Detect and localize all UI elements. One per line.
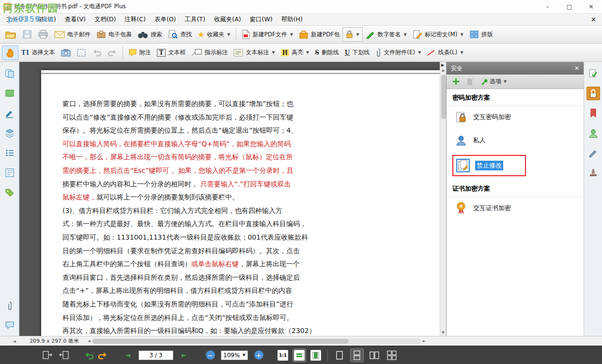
scroll-up-arrow[interactable]: ▲	[440, 67, 447, 74]
highlight-button[interactable]: H 高亮 ▼	[278, 46, 312, 60]
panel-collapse-arrow[interactable]: ◄	[13, 339, 16, 344]
email-button[interactable]: 电子邮件	[51, 27, 93, 42]
scrollbar-thumb[interactable]	[441, 75, 446, 119]
menu-form[interactable]: 表单(O)	[150, 14, 181, 26]
open-button[interactable]	[2, 27, 19, 42]
search-button[interactable]: 搜索	[135, 27, 165, 42]
find-button[interactable]: 查找	[165, 27, 195, 42]
document-close-icon[interactable]: ✕	[591, 16, 596, 23]
import-page-button[interactable]	[57, 349, 71, 362]
fit-page-button[interactable]	[309, 349, 323, 362]
scroll-left-arrow[interactable]: ◄	[86, 338, 93, 345]
actual-size-button[interactable]: 1:1	[276, 349, 290, 362]
strikeout-button[interactable]: S 删除线	[312, 46, 342, 60]
callout-button[interactable]: 指示标注	[188, 46, 231, 60]
select-text-button[interactable]: TI 选择文本	[18, 46, 58, 60]
pdf-page[interactable]: 窗口，选择所需要的摘要，如果没有所需要的摘要，可以直接“增加”按钮；也 可以点击…	[41, 70, 440, 336]
doc-segment: 保存）。将光标定位在所需摘要的位置上，然后点击“确定退出”按钮即可；4、	[62, 126, 297, 134]
menu-document[interactable]: 文档(D)	[90, 14, 120, 26]
scheme-interactive-password[interactable]: 交互密码加密	[447, 106, 584, 129]
new-package-button[interactable]: 新建PDF包	[296, 27, 342, 42]
scheme-private[interactable]: 私人	[447, 129, 584, 152]
marquee-select-button[interactable]	[74, 46, 89, 60]
bookmark-rail-icon[interactable]	[587, 106, 600, 120]
digital-sign-button[interactable]: 数字签名 ▼	[363, 27, 410, 42]
underline-button[interactable]: U 下划线	[342, 46, 372, 60]
zoom-in-button[interactable]: +	[252, 349, 265, 362]
next-view-button[interactable]	[96, 349, 109, 362]
epackage-button[interactable]: 电子包裹	[93, 27, 135, 42]
continuous-layout-button[interactable]	[350, 349, 364, 362]
line-button[interactable]: 线条(L) ▼	[424, 46, 466, 60]
hscroll-track[interactable]	[93, 338, 421, 344]
menu-favorites[interactable]: 收藏夹(A)	[210, 14, 246, 26]
single-page-layout-button[interactable]	[333, 349, 346, 362]
menu-comment[interactable]: 注释(C)	[120, 14, 150, 26]
previous-view-button[interactable]	[82, 349, 96, 362]
maximize-button[interactable]: □	[558, 0, 580, 14]
destinations-panel-icon[interactable]	[3, 146, 16, 160]
pages-panel-icon[interactable]	[3, 67, 16, 80]
person-icon	[454, 134, 468, 147]
previous-page-button[interactable]: ◄	[121, 349, 135, 362]
articles-panel-icon[interactable]	[3, 166, 16, 180]
bookmarks-panel-icon[interactable]	[3, 87, 16, 100]
security-lock-button[interactable]: ▼	[342, 27, 362, 42]
redact-button[interactable]: 标记密文(M) ▼	[410, 27, 466, 42]
imposition-button[interactable]: 拼版	[466, 27, 496, 42]
menu-help[interactable]: 帮助(H)	[277, 14, 307, 26]
page-number-input[interactable]: 3 / 3	[139, 350, 173, 360]
splitter-arrow-icon[interactable]: ▶	[441, 63, 444, 67]
snapshot-button[interactable]	[58, 46, 74, 60]
attachments-panel-icon[interactable]	[3, 299, 16, 313]
panel-close-icon[interactable]: ✕	[574, 65, 579, 72]
fit-width-button[interactable]	[293, 349, 306, 362]
doc-verify-icon[interactable]	[587, 67, 600, 80]
contacts-rail-icon[interactable]	[587, 126, 600, 140]
minimize-button[interactable]: –	[537, 0, 558, 14]
scroll-right-arrow[interactable]: ►	[421, 338, 428, 345]
new-pdf-button[interactable]: 新建PDF文件 ▼	[239, 27, 296, 42]
hand-tool-button[interactable]	[2, 46, 18, 60]
scheme-label-selected[interactable]: 禁止修改	[475, 161, 503, 170]
menu-file[interactable]: 文件(F)	[2, 14, 31, 26]
add-scheme-button[interactable]	[452, 78, 460, 85]
zoom-level-select[interactable]: 109% ▼	[221, 350, 248, 360]
menu-edit[interactable]: 编辑(E)	[31, 14, 61, 26]
vertical-scrollbar[interactable]: ▶ ▲ ▼	[440, 62, 446, 336]
menu-tools[interactable]: 工具(T)	[180, 14, 209, 26]
edit-rail-icon[interactable]	[587, 146, 600, 160]
textbox-button[interactable]: T 文本框	[154, 46, 189, 60]
text-annot-button[interactable]: 文本标注 ▼	[231, 46, 278, 60]
redo-button[interactable]	[105, 46, 120, 60]
attachment-button[interactable]: 文件附件(E) ▼	[372, 46, 424, 60]
two-page-layout-button[interactable]	[368, 349, 381, 362]
hscroll-thumb[interactable]	[93, 339, 349, 344]
note-button[interactable]: 附注	[125, 46, 154, 60]
print-button[interactable]	[35, 27, 51, 42]
undo-button[interactable]	[89, 46, 105, 60]
next-page-button[interactable]: ►	[177, 349, 191, 362]
scheme-no-modify[interactable]: 禁止修改	[454, 157, 524, 174]
scheme-interactive-certificate[interactable]: 交互证书加密	[447, 197, 584, 220]
security-panel: 安全 ✕ 选项 ▼ 密码加密方案 交互密码加密	[446, 62, 584, 336]
stamp-rail-icon[interactable]	[587, 166, 600, 180]
document-viewport[interactable]: 窗口，选择所需要的摘要，如果没有所需要的摘要，可以直接“增加”按钮；也 可以点击…	[19, 62, 440, 336]
layers-panel-icon[interactable]	[3, 126, 16, 140]
menu-window[interactable]: 窗口(W)	[246, 14, 277, 26]
delete-scheme-button[interactable]	[466, 78, 473, 86]
security-rail-icon[interactable]	[587, 87, 600, 100]
close-button[interactable]: ✕	[580, 0, 602, 14]
menu-view[interactable]: 查看(V)	[61, 14, 90, 26]
comments-panel-icon[interactable]	[3, 318, 16, 332]
zoom-out-button[interactable]: −	[203, 349, 217, 362]
signatures-panel-icon[interactable]	[3, 106, 16, 120]
favorites-button[interactable]: ★ 收藏夹 ▼	[195, 27, 233, 42]
scroll-down-arrow[interactable]: ▼	[440, 329, 447, 336]
two-page-continuous-button[interactable]	[385, 349, 399, 362]
export-page-button[interactable]	[41, 349, 54, 362]
tags-panel-icon[interactable]	[3, 186, 16, 199]
horizontal-scrollbar[interactable]: ◄ ►	[86, 338, 428, 345]
options-button[interactable]: 选项 ▼	[480, 77, 507, 86]
save-button[interactable]	[19, 27, 35, 42]
